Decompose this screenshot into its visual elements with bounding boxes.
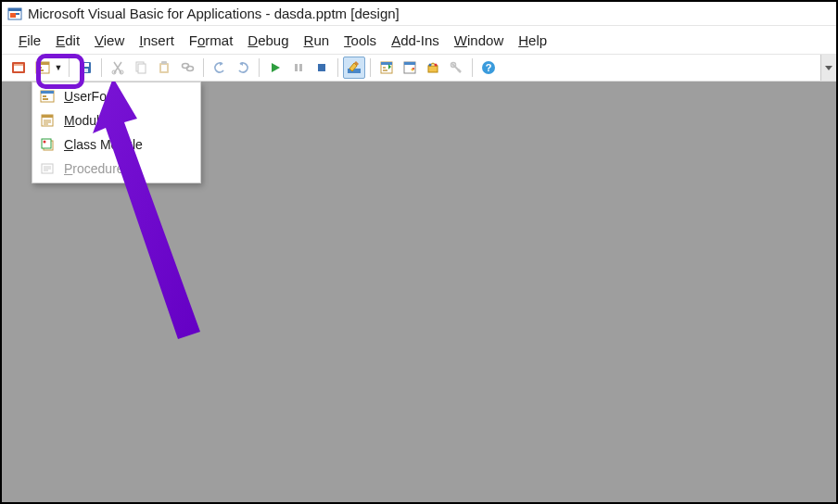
svg-rect-30 [404, 62, 415, 65]
svg-point-34 [429, 64, 432, 67]
svg-point-31 [413, 68, 414, 69]
menu-run[interactable]: Run [297, 29, 337, 52]
svg-rect-40 [43, 95, 46, 97]
svg-rect-25 [318, 64, 325, 71]
cut-button[interactable] [107, 57, 129, 79]
svg-rect-13 [83, 69, 88, 72]
menu-format[interactable]: Format [182, 29, 241, 52]
svg-rect-1 [8, 8, 21, 11]
project-explorer-button[interactable] [375, 57, 398, 79]
separator [472, 58, 473, 77]
copy-button[interactable] [130, 57, 152, 79]
menu-window[interactable]: Window [447, 29, 511, 52]
svg-rect-24 [299, 64, 302, 71]
menuitem-label: UserForm [64, 89, 121, 104]
break-button[interactable] [287, 57, 310, 79]
paste-button[interactable] [153, 57, 175, 79]
insert-object-dropdown[interactable]: ▼ [31, 56, 64, 80]
menuitem-userform[interactable]: UserForm [32, 84, 200, 108]
userform-icon [38, 87, 57, 106]
find-button[interactable] [176, 57, 198, 79]
class-module-icon [38, 135, 57, 154]
help-button[interactable]: ? [477, 57, 500, 79]
menuitem-label: Module [64, 113, 107, 128]
undo-button[interactable] [209, 57, 231, 79]
menu-addins[interactable]: Add-Ins [384, 29, 447, 52]
application-window: Microsoft Visual Basic for Applications … [0, 0, 838, 504]
menu-edit[interactable]: Edit [48, 29, 87, 52]
menuitem-label: Procedure... [64, 161, 134, 176]
svg-point-33 [435, 64, 438, 67]
separator [69, 58, 70, 77]
svg-rect-20 [161, 61, 167, 64]
svg-point-22 [187, 67, 194, 71]
svg-rect-32 [428, 66, 438, 72]
toolbox-button[interactable] [445, 57, 467, 79]
module-icon [38, 111, 57, 130]
menu-debug[interactable]: Debug [240, 29, 296, 52]
object-browser-button[interactable] [422, 57, 444, 79]
insert-userform-icon [32, 57, 54, 79]
svg-rect-28 [381, 62, 392, 65]
view-powerpoint-button[interactable] [7, 57, 30, 79]
separator [337, 58, 338, 77]
svg-rect-10 [38, 69, 44, 71]
svg-rect-2 [10, 13, 16, 18]
svg-rect-19 [161, 65, 167, 71]
svg-text:?: ? [486, 62, 492, 73]
menuitem-module[interactable]: Module [32, 108, 200, 132]
window-title: Microsoft Visual Basic for Applications … [28, 6, 400, 21]
toolbar: ▼ [2, 54, 836, 82]
chevron-down-icon: ▼ [54, 63, 63, 72]
properties-window-button[interactable] [399, 57, 421, 79]
redo-button[interactable] [232, 57, 254, 79]
svg-rect-39 [41, 91, 54, 94]
svg-rect-45 [42, 139, 51, 148]
menuitem-class-module[interactable]: Class Module [32, 132, 200, 157]
insert-object-menu: UserForm Module Class Module Procedure..… [32, 82, 201, 183]
menu-insert[interactable]: Insert [132, 29, 182, 52]
procedure-icon [38, 159, 57, 178]
menu-bar: File Edit View Insert Format Debug Run T… [2, 26, 836, 54]
menu-file[interactable]: File [11, 29, 48, 52]
menu-help[interactable]: Help [511, 29, 554, 52]
menu-tools[interactable]: Tools [336, 29, 384, 52]
svg-rect-12 [82, 63, 89, 67]
svg-rect-23 [295, 64, 298, 71]
toolbar-overflow-button[interactable] [820, 55, 836, 81]
app-icon [7, 6, 22, 21]
separator [203, 58, 204, 77]
menuitem-procedure: Procedure... [32, 157, 200, 181]
svg-rect-8 [36, 62, 49, 65]
svg-rect-9 [38, 67, 42, 69]
svg-rect-41 [43, 98, 48, 100]
reset-button[interactable] [311, 57, 333, 79]
design-mode-button[interactable] [343, 57, 365, 79]
svg-rect-43 [42, 115, 53, 118]
menu-view[interactable]: View [87, 29, 132, 52]
mdi-workspace: UserForm Module Class Module Procedure..… [2, 82, 836, 502]
svg-rect-6 [14, 64, 23, 66]
svg-point-46 [44, 141, 46, 144]
separator [101, 58, 102, 77]
run-button[interactable] [264, 57, 286, 79]
menuitem-label: Class Module [64, 137, 143, 152]
titlebar: Microsoft Visual Basic for Applications … [2, 2, 836, 26]
svg-rect-17 [138, 64, 146, 73]
separator [259, 58, 260, 77]
save-button[interactable] [74, 57, 96, 79]
separator [370, 58, 371, 77]
svg-rect-3 [16, 13, 19, 15]
